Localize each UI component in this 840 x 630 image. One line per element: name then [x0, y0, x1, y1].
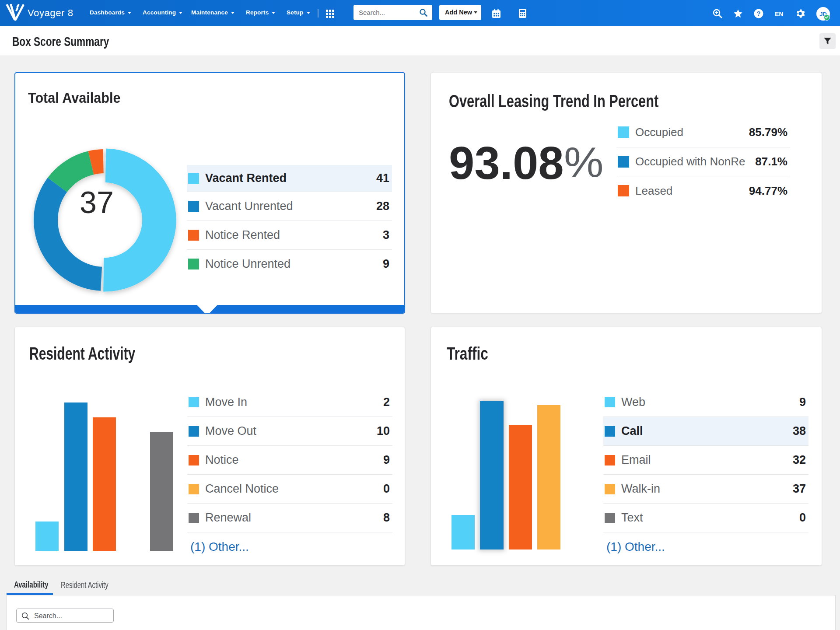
- svg-text:?: ?: [757, 10, 761, 17]
